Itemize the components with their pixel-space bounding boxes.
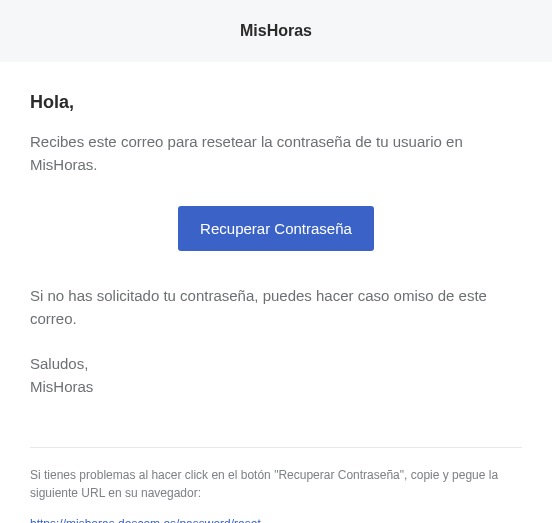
closing-block: Saludos, MisHoras: [30, 352, 522, 399]
email-footer: Si tienes problemas al hacer click en el…: [0, 448, 552, 524]
greeting: Hola,: [30, 92, 522, 113]
footer-trouble-text: Si tienes problemas al hacer click en el…: [30, 466, 522, 502]
brand-title: MisHoras: [10, 22, 542, 40]
intro-text: Recibes este correo para resetear la con…: [30, 131, 522, 176]
closing-name: MisHoras: [30, 378, 93, 395]
ignore-notice: Si no has solicitado tu contraseña, pued…: [30, 285, 522, 330]
email-body: Hola, Recibes este correo para resetear …: [0, 62, 552, 419]
recover-password-button[interactable]: Recuperar Contraseña: [178, 206, 374, 251]
email-header: MisHoras: [0, 0, 552, 62]
reset-url-link[interactable]: https://mishoras.descom.es/password/rese…: [30, 517, 261, 524]
closing-salutation: Saludos,: [30, 355, 88, 372]
button-container: Recuperar Contraseña: [30, 206, 522, 251]
